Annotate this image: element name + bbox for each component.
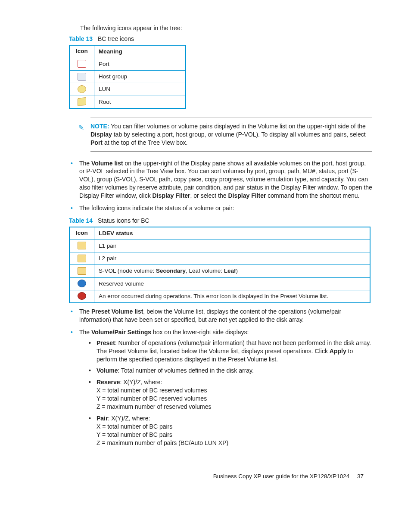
table-row: L2 pair <box>69 252 370 265</box>
cell-status: L1 pair <box>94 240 371 252</box>
reserved-icon <box>78 280 86 287</box>
host-group-icon <box>78 73 86 81</box>
list-item: Reserve: X(Y)/Z, where: X = total number… <box>88 378 372 411</box>
text: box on the lower-right side displays: <box>151 329 249 336</box>
table-row: LUN <box>69 83 186 96</box>
text: The <box>79 308 91 315</box>
table-header-meaning: Meaning <box>94 45 186 58</box>
page-number: 37 <box>357 473 364 479</box>
table-13-number: Table 13 <box>69 35 93 42</box>
l1-pair-icon <box>78 242 86 249</box>
bold: Leaf <box>224 268 236 274</box>
table-header-icon: Icon <box>69 227 94 240</box>
cell-status: S-VOL (node volume: Secondary, Leaf volu… <box>94 265 371 277</box>
table-row: Icon Meaning <box>69 45 186 58</box>
reserve-x: X = total number of BC reserved volumes <box>97 386 372 395</box>
text: ) <box>236 268 238 274</box>
bullet-list: The Volume list on the upper-right of th… <box>39 159 372 212</box>
table-row: S-VOL (node volume: Secondary, Leaf volu… <box>69 265 370 277</box>
cell-meaning: Root <box>94 96 186 109</box>
table-13-caption: Table 13 BC tree icons <box>69 35 372 43</box>
note-bold: Port <box>90 139 103 146</box>
bold: Preset Volume list <box>91 308 143 315</box>
cell-status: An error occurred during operations. Thi… <box>94 290 371 303</box>
bold: Display Filter <box>228 192 266 199</box>
text: S-VOL (node volume: <box>99 268 156 274</box>
pair-y: Y = total number of BC pairs <box>97 431 372 439</box>
table-header-status: LDEV status <box>94 227 371 240</box>
list-item: Volume: Total number of volumes defined … <box>88 367 372 375</box>
note-text-part: You can filter volumes or volume pairs d… <box>111 123 366 130</box>
table-row: Icon LDEV status <box>69 227 370 240</box>
intro-text: The following icons appear in the tree: <box>80 24 372 32</box>
table-14-number: Table 14 <box>69 217 93 224</box>
table-row: Reserved volume <box>69 277 370 290</box>
note-block: ✎ NOTE: You can filter volumes or volume… <box>90 118 372 152</box>
pair-z: Z = maximum number of pairs (BC/Auto LUN… <box>97 439 372 447</box>
text: : Total number of volumes defined in the… <box>118 367 254 374</box>
list-item: The Preset Volume list, below the Volume… <box>69 308 372 324</box>
list-item: The Volume list on the upper-right of th… <box>69 159 372 200</box>
bold: Volume list <box>91 160 123 167</box>
cell-meaning: Port <box>94 58 186 71</box>
table-row: Host group <box>69 71 186 83</box>
cell-meaning: LUN <box>94 83 186 96</box>
footer-title: Business Copy XP user guide for the XP12… <box>213 473 349 479</box>
reserve-y: Y = total number of BC reserved volumes <box>97 395 372 403</box>
reserve-z: Z = maximum number of reserved volumes <box>97 403 372 411</box>
port-icon <box>78 60 86 68</box>
error-icon <box>78 292 86 300</box>
text: : X(Y)/Z, where: <box>108 415 150 422</box>
table-row: L1 pair <box>69 240 370 252</box>
table-14-title: Status icons for BC <box>98 217 149 224</box>
list-item: The following icons indicate the status … <box>69 204 372 212</box>
table-header-icon: Icon <box>69 45 94 58</box>
note-bold: Display <box>90 131 112 138</box>
list-item: Pair: X(Y)/Z, where: X = total number of… <box>88 414 372 447</box>
text: The <box>79 329 91 336</box>
text: command from the shortcut menu. <box>266 192 359 199</box>
pair-x: X = total number of BC pairs <box>97 423 372 431</box>
text: , Leaf volume: <box>186 268 224 274</box>
lun-icon <box>78 85 86 93</box>
cell-status: L2 pair <box>94 252 371 265</box>
note-text-part: tab by selecting a port, host group, or … <box>112 131 366 138</box>
table-row: Port <box>69 58 186 71</box>
bold: Pair <box>97 415 108 422</box>
table-row: Root <box>69 96 186 109</box>
table-13: Icon Meaning Port Host group LUN Root <box>69 45 186 109</box>
text: , or select the <box>190 192 228 199</box>
list-item: Preset: Number of operations (volume/pai… <box>88 339 372 364</box>
bold: Reserve <box>97 379 120 386</box>
l2-pair-icon <box>78 255 86 262</box>
root-icon <box>78 97 86 106</box>
table-13-title: BC tree icons <box>98 35 134 42</box>
table-14-caption: Table 14 Status icons for BC <box>69 217 372 225</box>
table-14: Icon LDEV status L1 pair L2 pair S-VOL (… <box>69 227 371 303</box>
bold: Display Filter <box>153 192 190 199</box>
note-label: NOTE: <box>90 123 109 130</box>
bullet-list-lower: The Preset Volume list, below the Volume… <box>39 308 372 447</box>
sub-bullet-list: Preset: Number of operations (volume/pai… <box>79 339 372 447</box>
bold: Volume <box>97 367 118 374</box>
list-item: The Volume/Pair Settings box on the lowe… <box>69 328 372 447</box>
cell-status: Reserved volume <box>94 277 371 290</box>
text: : X(Y)/Z, where: <box>120 379 162 386</box>
text: The <box>79 160 91 167</box>
page-footer: Business Copy XP user guide for the XP12… <box>39 473 372 480</box>
bold: Volume/Pair Settings <box>91 329 151 336</box>
cell-meaning: Host group <box>94 71 186 83</box>
note-text: You can filter volumes or volume pairs d… <box>90 123 366 146</box>
bold: Preset <box>97 339 115 346</box>
svol-icon <box>78 267 86 275</box>
table-row: An error occurred during operations. Thi… <box>69 290 370 303</box>
note-icon: ✎ <box>78 123 84 133</box>
bold: Secondary <box>156 268 186 274</box>
note-text-part: at the top of the Tree View box. <box>103 139 187 146</box>
bold: Apply <box>330 348 346 355</box>
